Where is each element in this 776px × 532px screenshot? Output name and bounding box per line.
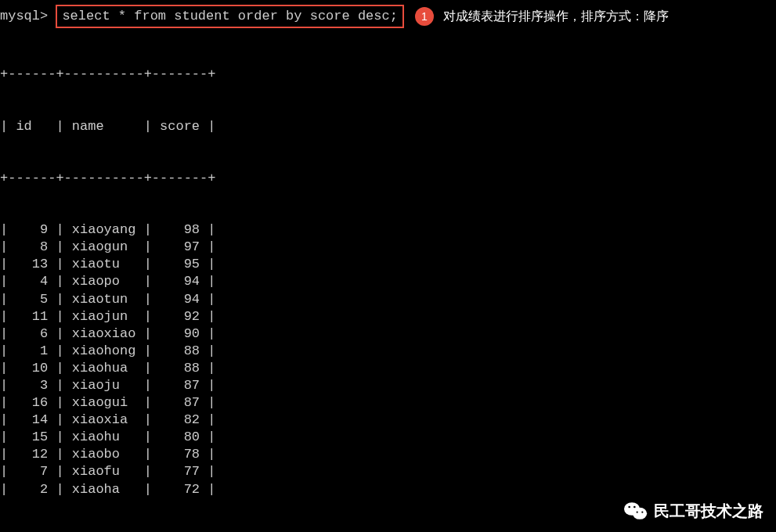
table-row: | 5 | xiaotun | 94 |	[0, 291, 776, 308]
badge-1: 1	[415, 7, 434, 26]
table1: +------+----------+-------+ | id | name …	[0, 31, 776, 532]
annotation1: 1 对成绩表进行排序操作，排序方式：降序	[415, 7, 669, 26]
table-row: | 11 | xiaojun | 92 |	[0, 308, 776, 325]
svg-point-1	[633, 508, 647, 519]
table-row: | 15 | xiaohu | 80 |	[0, 429, 776, 446]
table-row: | 9 | xiaoyang | 98 |	[0, 221, 776, 239]
table-row: | 6 | xiaoxiao | 90 |	[0, 325, 776, 343]
table1-header: | id | name | score |	[0, 118, 776, 135]
table1-rows: | 9 | xiaoyang | 98 || 8 | xiaogun | 97 …	[0, 221, 776, 498]
annotation1-text: 对成绩表进行排序操作，排序方式：降序	[443, 9, 669, 25]
table-row: | 13 | xiaotu | 95 |	[0, 256, 776, 273]
table-row: | 2 | xiaoha | 72 |	[0, 481, 776, 498]
watermark-text: 民工哥技术之路	[654, 501, 763, 521]
table-row: | 8 | xiaogun | 97 |	[0, 239, 776, 256]
table-row: | 4 | xiaopo | 94 |	[0, 273, 776, 290]
table-row: | 7 | xiaofu | 77 |	[0, 463, 776, 480]
table-row: | 3 | xiaoju | 87 |	[0, 377, 776, 394]
table-row: | 1 | xiaohong | 88 |	[0, 343, 776, 360]
table-row: | 10 | xiaohua | 88 |	[0, 360, 776, 377]
watermark: 民工哥技术之路	[624, 501, 763, 521]
query1-sql-box: select * from student order by score des…	[56, 5, 403, 28]
query1-sql: select * from student order by score des…	[62, 9, 397, 23]
table1-divider-mid: +------+----------+-------+	[0, 170, 776, 187]
mysql-prompt: mysql>	[0, 8, 48, 25]
wechat-icon	[624, 501, 648, 521]
svg-point-3	[633, 506, 636, 509]
query1-line: mysql> select * from student order by sc…	[0, 5, 776, 28]
table1-divider-top: +------+----------+-------+	[0, 66, 776, 83]
svg-point-4	[637, 512, 638, 513]
svg-point-5	[641, 512, 643, 513]
table-row: | 12 | xiaobo | 78 |	[0, 446, 776, 463]
table-row: | 16 | xiaogui | 87 |	[0, 394, 776, 412]
table-row: | 14 | xiaoxia | 82 |	[0, 412, 776, 429]
svg-point-2	[628, 506, 630, 509]
